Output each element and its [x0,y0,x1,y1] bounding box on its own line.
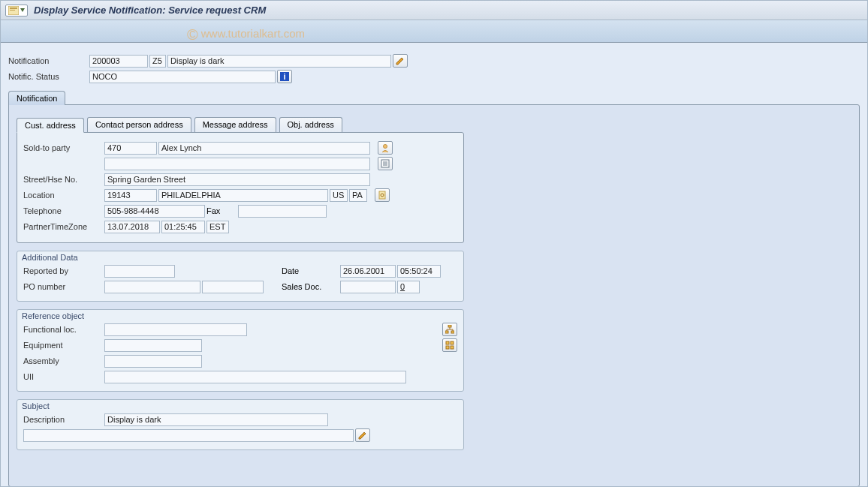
tz-date-field[interactable] [104,221,160,233]
info-icon: i [280,72,289,81]
titlebar: Display Service Notification: Service re… [1,1,867,20]
reference-object-group: Functional loc. Equipment [17,309,464,392]
svg-rect-21 [446,346,449,349]
region-field[interactable] [349,189,367,202]
svg-rect-22 [451,346,454,349]
tab-message-address[interactable]: Message address [194,117,276,132]
svg-rect-10 [379,191,385,199]
uii-label: UII [23,372,104,381]
main-tabstrip: Notification Cust. address Contact perso… [8,90,860,487]
address-tabstrip: Cust. address Contact person address Mes… [17,117,851,132]
svg-rect-19 [446,341,449,344]
notification-text-field[interactable] [167,55,391,68]
application-toolbar [1,20,867,43]
subject-longtext-button[interactable] [355,428,370,442]
po-number2-field[interactable] [202,281,264,293]
person-icon [381,143,390,152]
partner-display-button[interactable] [378,141,393,155]
description-field[interactable] [104,413,328,426]
reportedby-field[interactable] [104,265,175,278]
status-field[interactable] [89,71,276,83]
soldto-name-field[interactable] [158,142,370,155]
po-number-field[interactable] [104,281,200,293]
svg-rect-1 [10,8,17,9]
subject-longtext-field[interactable] [23,429,354,442]
additional-data-group: Reported by Date PO number Sales Doc. [17,251,464,302]
notification-type-field[interactable] [149,55,166,68]
equipment-field[interactable] [104,339,202,352]
equipment-label: Equipment [23,341,104,350]
pencil-icon [358,431,367,440]
fax-field[interactable] [238,205,327,218]
hierarchy-icon [445,325,454,334]
soldto-number-field[interactable] [104,142,157,155]
funcloc-label: Functional loc. [23,325,104,334]
tab-contact-person-address[interactable]: Contact person address [87,117,191,132]
subject-group: Description [17,399,464,450]
fax-label: Fax [206,206,238,215]
status-info-button[interactable]: i [277,70,292,83]
salesdoc-item-field[interactable] [397,281,420,293]
tab-obj-address[interactable]: Obj. address [279,117,342,132]
long-text-button[interactable] [393,54,408,68]
svg-rect-12 [448,325,451,327]
telephone-field[interactable] [104,205,205,218]
tab-notification[interactable]: Notification [8,91,65,105]
notification-label: Notification [8,56,89,65]
address-list-button[interactable] [378,157,393,170]
svg-rect-14 [451,331,454,333]
description-label: Description [23,415,104,424]
svg-rect-20 [451,341,454,344]
form-icon [8,6,19,15]
equipment-structure-button[interactable] [442,338,457,352]
hierarchy2-icon [445,341,454,350]
tz-zone-field[interactable] [206,221,229,233]
dropdown-arrow-icon [20,8,25,13]
date-field[interactable] [340,265,396,278]
uii-field[interactable] [104,371,406,383]
svg-rect-13 [445,331,448,333]
telephone-label: Telephone [23,206,104,215]
po-label: PO number [23,282,104,291]
assembly-label: Assembly [23,356,104,365]
salesdoc-field[interactable] [340,281,396,293]
notification-panel: Cust. address Contact person address Mes… [8,104,860,487]
time-field[interactable] [397,265,441,278]
city-field[interactable] [158,189,328,202]
page-title: Display Service Notification: Service re… [34,5,266,16]
reportedby-label: Reported by [23,266,104,275]
list-icon [381,159,390,168]
assembly-field[interactable] [104,355,202,368]
country-field[interactable] [330,189,348,202]
tz-time-field[interactable] [161,221,205,233]
funcloc-structure-button[interactable] [442,323,457,336]
timezone-label: PartnerTimeZone [23,222,104,231]
status-label: Notific. Status [8,72,89,81]
document-icon [378,191,387,200]
content-area: Notification Notific. Status i Notificat… [1,43,867,486]
menu-button[interactable] [5,5,28,17]
soldto-extra-field[interactable] [104,158,370,170]
svg-text:i: i [283,72,285,81]
tab-cust-address[interactable]: Cust. address [17,118,84,133]
street-field[interactable] [104,173,370,186]
address-detail-button[interactable] [375,188,390,202]
postcode-field[interactable] [104,189,157,202]
svg-rect-2 [10,10,15,11]
funcloc-field[interactable] [104,323,247,336]
location-label: Location [23,191,104,200]
pencil-icon [396,56,405,65]
notification-number-field[interactable] [89,55,148,68]
soldto-label: Sold-to party [23,143,104,152]
cust-address-panel: Sold-to party [17,132,464,243]
svg-point-5 [384,145,387,149]
street-label: Street/Hse No. [23,175,104,184]
salesdoc-label: Sales Doc. [282,282,340,291]
date-label: Date [282,266,340,275]
